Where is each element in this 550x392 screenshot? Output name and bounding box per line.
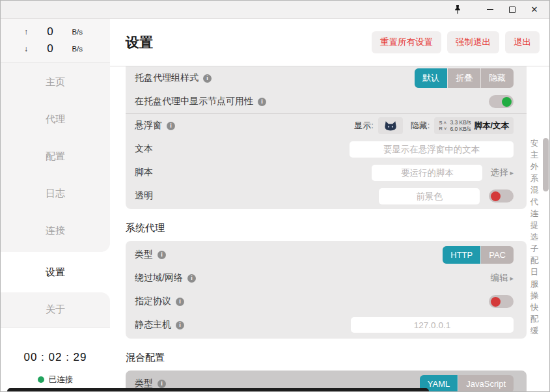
- protocol-toggle[interactable]: [489, 295, 514, 308]
- tray-availability-label: 在托盘代理中显示节点可用性: [135, 96, 253, 107]
- settings-scroll-area[interactable]: 托盘代理组样式 默认 折叠 隐藏 在托: [110, 66, 549, 392]
- rail-item[interactable]: 代: [530, 198, 539, 206]
- cat-preview-button[interactable]: [378, 117, 403, 134]
- rail-item[interactable]: 快: [530, 303, 539, 312]
- pin-button[interactable]: [447, 2, 469, 18]
- rail-item[interactable]: 配: [530, 257, 539, 265]
- rail-item[interactable]: 主: [530, 151, 539, 160]
- rail-item[interactable]: 选: [530, 233, 539, 242]
- rail-item[interactable]: 外: [530, 163, 539, 171]
- upload-arrow-icon: ↑: [24, 27, 34, 36]
- protocol-row: 指定协议: [126, 290, 527, 313]
- proxy-type-label: 类型: [135, 249, 153, 260]
- up-caret-icon: ˄: [444, 120, 447, 126]
- float-text-label: 文本: [135, 143, 153, 155]
- foreground-color-input[interactable]: [379, 188, 480, 204]
- speeds-column: 3.3 KB/s 6.0 KB/s: [450, 119, 471, 132]
- float-window-label: 悬浮窗: [135, 120, 162, 132]
- edit-bypass-link[interactable]: 编辑: [490, 272, 514, 284]
- float-text-input[interactable]: [350, 141, 514, 158]
- bypass-label: 绕过域/网络: [135, 272, 183, 284]
- preview-up-speed: 3.3 KB/s: [450, 119, 471, 126]
- info-icon: [203, 74, 212, 83]
- section-index-rail: 安 主 外 系 混 代 连 提 选 子 配 日 服 操 快 配 缓: [529, 139, 540, 335]
- info-icon: [187, 274, 196, 283]
- sidebar-item-settings[interactable]: 设置: [1, 252, 110, 292]
- info-icon: [158, 380, 166, 388]
- sidebar-item-about[interactable]: 关于: [1, 292, 110, 327]
- uptime-timer: 00 : 02 : 29: [1, 351, 110, 364]
- scrollbar-thumb[interactable]: [543, 138, 549, 191]
- cat-icon: [383, 120, 398, 132]
- system-proxy-heading: 系统代理: [126, 222, 549, 234]
- mixed-config-heading: 混合配置: [126, 352, 549, 364]
- minimize-button[interactable]: [479, 2, 501, 18]
- proxy-type-segmented: HTTP PAC: [443, 246, 514, 264]
- download-speed: ↓ 0 B/s: [24, 42, 83, 55]
- segment-default[interactable]: 默认: [415, 68, 447, 88]
- app-window: ✕ ↑ 0 B/s ↓ 0 B/s 主页 代理 配置 日志: [0, 0, 550, 392]
- info-icon: [176, 298, 184, 306]
- connected-dot-icon: [38, 376, 44, 383]
- force-quit-button[interactable]: 强制退出: [447, 31, 499, 53]
- sidebar-item-home[interactable]: 主页: [1, 64, 110, 101]
- page-header: 设置 重置所有设置 强制退出 退出: [110, 19, 549, 66]
- close-icon: ✕: [531, 5, 538, 14]
- static-host-label: 静态主机: [135, 319, 171, 331]
- select-script-link[interactable]: 选择: [490, 167, 514, 178]
- nav-group-about: 关于: [1, 292, 110, 327]
- minimize-icon: [487, 9, 493, 10]
- opacity-toggle[interactable]: [489, 189, 514, 203]
- rail-item[interactable]: 安: [530, 139, 539, 148]
- rail-item[interactable]: 子: [530, 245, 539, 253]
- rail-item[interactable]: 混: [530, 186, 539, 195]
- rail-item[interactable]: 缓: [530, 327, 539, 335]
- reset-all-settings-button[interactable]: 重置所有设置: [372, 31, 441, 53]
- tray-availability-row: 在托盘代理中显示节点可用性: [126, 90, 527, 113]
- rail-item[interactable]: 日: [530, 268, 539, 277]
- static-host-input[interactable]: [351, 317, 514, 333]
- rail-item[interactable]: 配: [530, 315, 539, 324]
- close-button[interactable]: ✕: [523, 2, 545, 18]
- segment-pac[interactable]: PAC: [480, 246, 514, 264]
- sidebar: ↑ 0 B/s ↓ 0 B/s 主页 代理 配置 日志 连接 设置 关于: [1, 19, 110, 392]
- info-icon: [167, 122, 175, 130]
- float-opacity-row: 透明: [126, 184, 527, 208]
- float-window-label-wrap: 悬浮窗: [135, 120, 175, 132]
- rail-item[interactable]: 操: [530, 292, 539, 300]
- header-actions: 重置所有设置 强制退出 退出: [372, 31, 540, 53]
- segment-hidden[interactable]: 隐藏: [480, 68, 514, 88]
- down-caret-icon: ˅: [444, 126, 447, 132]
- titlebar: ✕: [1, 1, 549, 19]
- float-script-row: 脚本 选择: [126, 161, 527, 184]
- preview-mode-label: 脚本/文本: [474, 120, 509, 132]
- segment-collapse[interactable]: 折叠: [447, 68, 480, 88]
- tray-style-segmented: 默认 折叠 隐藏: [415, 68, 514, 88]
- rail-item[interactable]: 服: [530, 280, 539, 288]
- bottom-popup-edge: [7, 388, 429, 391]
- sidebar-item-proxies[interactable]: 代理: [1, 101, 110, 138]
- sidebar-item-logs[interactable]: 日志: [1, 175, 110, 212]
- segment-javascript[interactable]: JavaScript: [458, 375, 514, 392]
- info-icon: [176, 321, 184, 329]
- speed-preview-button[interactable]: S ˄ R ˅ 3.3 KB/s 6.0 KB/s 脚本/文本: [434, 117, 514, 134]
- rail-item[interactable]: 提: [530, 221, 539, 230]
- sidebar-item-profiles[interactable]: 配置: [1, 138, 110, 175]
- float-script-input[interactable]: [372, 165, 482, 181]
- float-opacity-label: 透明: [135, 190, 153, 202]
- show-label: 显示:: [354, 120, 374, 132]
- tray-style-label-wrap: 托盘代理组样式: [135, 72, 212, 84]
- segment-http[interactable]: HTTP: [443, 246, 480, 264]
- main-content: 设置 重置所有设置 强制退出 退出 托盘代理组样式: [110, 19, 549, 392]
- quit-button[interactable]: 退出: [505, 31, 540, 53]
- rail-item[interactable]: 系: [530, 175, 539, 183]
- sidebar-item-connections[interactable]: 连接: [1, 212, 110, 249]
- sr-column: S ˄ R ˅: [439, 120, 447, 132]
- pin-icon: [454, 5, 461, 14]
- maximize-button[interactable]: [501, 2, 523, 18]
- float-window-row: 悬浮窗 显示: 隐藏: [126, 114, 527, 137]
- upload-unit: B/s: [66, 28, 83, 36]
- tray-availability-toggle[interactable]: [489, 95, 514, 108]
- rail-item[interactable]: 连: [530, 210, 539, 218]
- preview-down-speed: 6.0 KB/s: [450, 126, 471, 132]
